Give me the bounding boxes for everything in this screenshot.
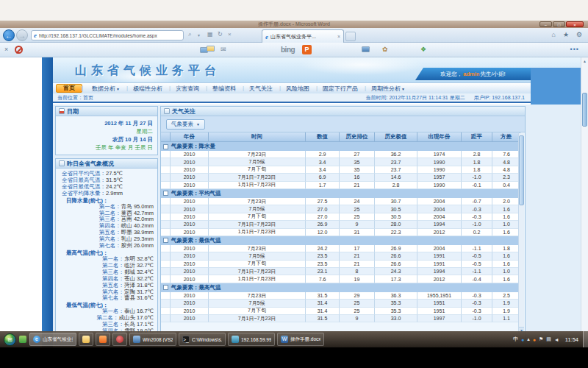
start-button[interactable]: ⊞	[4, 333, 16, 346]
data-cell: 2010	[171, 308, 209, 315]
data-cell: -0.5	[462, 252, 492, 260]
table-group-row[interactable]: 气象要素：降水量	[161, 142, 520, 151]
puzzle-addon-icon[interactable]: ❖	[420, 46, 426, 53]
table-row[interactable]: 20107月23日2.92736.219742.87.6	[161, 151, 520, 158]
firefox-icon[interactable]: ●	[533, 337, 536, 342]
blocker-addon-icon[interactable]	[15, 46, 23, 54]
table-row[interactable]: 20107月23日27.52430.72004-0.72.0	[161, 198, 520, 205]
table-row[interactable]: 20107月23日31.52936.31955,1951-0.32.5	[161, 292, 520, 300]
table-row[interactable]: 20107月5候31.42535.31951-0.31.9	[161, 300, 520, 307]
station-value: 42.7mm	[134, 210, 154, 216]
table-row[interactable]: 20107月1日~7月23日6.91614.61957-1.02.3	[161, 174, 520, 181]
group-checkbox[interactable]	[163, 285, 168, 290]
taskbar-button-label: Win2008 (VS2...	[143, 337, 173, 342]
show-desktop-button[interactable]	[583, 331, 588, 347]
favorites-star-icon[interactable]: ★	[563, 31, 569, 38]
group-checkbox[interactable]	[163, 191, 168, 196]
nav-item-8[interactable]: 固定下行产品	[316, 85, 365, 93]
table-row[interactable]: 20107月下旬27.02530.52004-0.31.6	[161, 213, 520, 221]
table-row[interactable]: 20101月1日~7月23日1.7212.81990-0.10.4	[161, 182, 520, 189]
taskbar-button-word[interactable]: W操作手册.docx ...	[277, 333, 324, 346]
language-indicator[interactable]: 中	[513, 336, 518, 343]
nav-item-2[interactable]: 数据分析▼	[85, 85, 126, 93]
nav-item-3[interactable]: 极端性分析	[126, 85, 169, 93]
browser-scrollbar-thumb[interactable]	[582, 93, 587, 127]
bing-logo[interactable]: bing	[281, 46, 295, 54]
table-row[interactable]: 20107月23日24.21726.92004-1.11.8	[161, 245, 520, 252]
nav-item-9[interactable]: 周期性分析▼	[365, 85, 412, 93]
column-header: 数值	[306, 132, 340, 142]
tools-gear-icon[interactable]: ⚙	[576, 31, 582, 38]
search-icon[interactable]: ⌕	[188, 31, 191, 38]
data-cell: 2004	[417, 198, 462, 205]
back-button[interactable]: ←	[3, 29, 15, 41]
table-row[interactable]: 20107月5候3.43523.719901.84.8	[161, 158, 520, 166]
new-tab-button[interactable]	[345, 32, 356, 41]
p-badge-icon[interactable]: P	[302, 45, 312, 54]
forward-button[interactable]: →	[16, 29, 28, 41]
group-checkbox[interactable]	[163, 238, 168, 243]
update-icon[interactable]: ▴	[527, 336, 530, 342]
nav-item-1[interactable]: 首页	[56, 84, 82, 93]
card-stack-icon[interactable]	[207, 46, 215, 52]
table-row[interactable]: 20107月下旬23.52126.61991-0.51.6	[161, 261, 520, 268]
data-cell: 0.2	[462, 229, 492, 236]
messenger-icon[interactable]: ●	[521, 337, 524, 342]
table-row[interactable]: 20107月1日~7月23日26.9928.01994-1.01.0	[161, 221, 520, 228]
compatibility-view-icon[interactable]: ▦	[207, 31, 213, 38]
home-icon[interactable]: ⌂	[552, 31, 556, 38]
action-center-flag-icon[interactable]: ⚑	[539, 336, 543, 342]
table-row[interactable]: 20107月1日~7月23日31.5933.01997-1.01.1	[161, 315, 520, 322]
browser-scrollbar[interactable]: ▲ ▼	[581, 57, 588, 347]
nav-item-5[interactable]: 整编资料	[206, 85, 243, 93]
nav-item-4[interactable]: 灾害查询	[169, 85, 206, 93]
taskbar-button-vm[interactable]: Win2008 (VS2...	[129, 333, 176, 346]
display-icon[interactable]: ▤	[546, 336, 551, 342]
address-bar[interactable]: e http://192.168.137.1/GLCCLIMATE/module…	[31, 30, 184, 40]
group-checkbox[interactable]	[163, 144, 168, 149]
pinned-app-icon[interactable]	[19, 336, 26, 343]
taskbar-button-app-orange[interactable]	[96, 333, 110, 346]
refresh-icon[interactable]: ↻	[218, 31, 223, 38]
table-row[interactable]: 20107月5候23.52126.61991-0.51.6	[161, 252, 520, 260]
table-group-row[interactable]: 气象要素：最高气温	[161, 283, 520, 292]
stop-icon[interactable]: ×	[228, 31, 232, 38]
table-row[interactable]: 20101月1日~7月23日12.03122.320120.21.6	[161, 229, 520, 236]
data-cell: 2010	[171, 275, 209, 283]
data-cell: 7月下旬	[209, 166, 306, 174]
table-row[interactable]: 20107月5候27.02530.52004-0.31.6	[161, 205, 520, 213]
table-row[interactable]: 20107月下旬31.42535.31951-0.31.9	[161, 308, 520, 315]
volume-icon[interactable]: ◄	[554, 337, 559, 342]
table-group-row[interactable]: 气象要素：平均气温	[161, 189, 520, 198]
data-cell: 36.3	[375, 292, 417, 300]
taskbar-button-media-player[interactable]	[112, 333, 127, 346]
close-button[interactable]: ×	[566, 21, 584, 27]
tab-close-icon[interactable]: ×	[337, 34, 340, 39]
element-filter-button[interactable]: 气象要素 ▼	[166, 119, 205, 130]
table-row[interactable]: 20101月1日~7月23日7.61917.32012-0.41.6	[161, 275, 520, 283]
more-toolbar-icon[interactable]: •••	[570, 46, 579, 53]
browser-tab[interactable]: e 山东省气候业务平... ×	[262, 29, 344, 43]
table-row[interactable]: 20107月1日~7月23日23.1824.31994-1.11.0	[161, 268, 520, 275]
autocomplete-arrow-icon[interactable]: ▼	[197, 33, 201, 38]
taskbar-button-folder[interactable]	[79, 333, 93, 346]
row-gutter-cell	[161, 261, 171, 268]
close-toolbar-icon[interactable]: ×	[4, 46, 8, 53]
nav-item-7[interactable]: 风险地图	[279, 85, 316, 93]
taskbar-clock[interactable]: 11:54	[565, 336, 578, 343]
panel-scrollbar[interactable]: ▼	[518, 133, 524, 333]
camera-addon-icon[interactable]	[362, 46, 370, 52]
panel-scrollbar-thumb[interactable]	[519, 135, 524, 205]
minimize-button[interactable]: −	[539, 21, 552, 27]
maximize-button[interactable]: □	[553, 21, 565, 27]
nav-item-6[interactable]: 天气关注	[243, 85, 279, 93]
paw-addon-icon[interactable]: ✿	[382, 46, 388, 53]
mail-envelope-icon[interactable]: ✉	[220, 46, 226, 53]
taskbar-button-rdp[interactable]: 192.168.59.99...	[228, 333, 275, 346]
taskbar-button-cmd[interactable]: >_C:\Windows\s...	[179, 333, 226, 346]
taskbar-button-ie[interactable]: e山东省气候业务平...	[29, 333, 76, 346]
welcome-suffix: 先生/小姐!	[480, 71, 505, 78]
table-row[interactable]: 20107月下旬3.43523.719901.84.8	[161, 166, 520, 174]
table-group-row[interactable]: 气象要素：最低气温	[161, 236, 520, 245]
scroll-up-icon[interactable]: ▲	[581, 57, 588, 65]
